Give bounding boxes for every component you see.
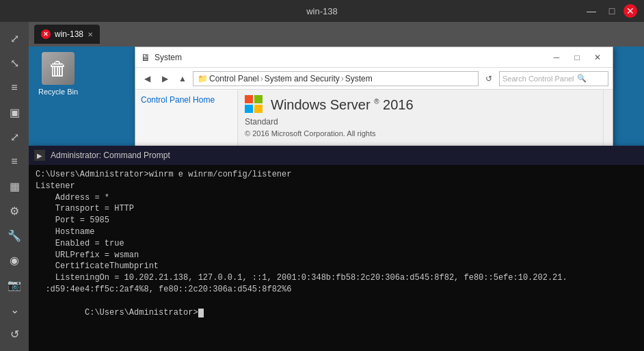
cmd-titlebar: ▶ Administrator: Command Prompt <box>29 146 644 165</box>
camera-icon[interactable]: 📷 <box>3 274 25 296</box>
window-content: Control Panel Home W <box>135 90 613 148</box>
up-button[interactable]: ▲ <box>175 71 190 86</box>
breadcrumb-sep2: › <box>341 74 344 83</box>
contract-icon[interactable]: ⤡ <box>3 52 25 74</box>
cmd-content[interactable]: C:\Users\Administrator>winrm e winrm/con… <box>29 165 644 351</box>
cmd-line-3: Transport = HTTP <box>36 203 637 215</box>
cmd-line-9: ListeningOn = 10.202.21.138, 127.0.0.1, … <box>36 272 637 284</box>
cmd-line-4: Port = 5985 <box>36 215 637 226</box>
window-sidebar: Control Panel Home <box>135 90 238 148</box>
windows-logo <box>245 95 264 114</box>
cmd-line-5: Hostname <box>36 226 637 238</box>
search-icon: 🔍 <box>577 74 587 83</box>
search-box[interactable]: Search Control Panel 🔍 <box>499 71 608 86</box>
menu2-icon[interactable]: ≡ <box>3 151 25 172</box>
breadcrumb-folder-icon: 📁 <box>198 74 208 83</box>
expand2-icon[interactable]: ⤢ <box>3 126 25 148</box>
forward-button[interactable]: ▶ <box>157 71 172 86</box>
cmd-line-2: Address = * <box>36 192 637 204</box>
system-window: 🖥 System ─ □ ✕ ◀ ▶ ▲ 📁 Control Panel › S… <box>135 47 613 149</box>
cmd-line-10: :d59:4ee4:ff5c:2af4%8, fe80::2c20:306a:d… <box>36 284 637 296</box>
minimize-button[interactable]: — <box>582 4 600 18</box>
cmd-icon: ▶ <box>34 150 45 161</box>
tab-bar: ✕ win-138 ✕ <box>29 22 644 47</box>
badge-icon[interactable]: ▦ <box>3 175 25 197</box>
cmd-line-1: Listener <box>36 181 637 192</box>
titlebar-controls: — □ ✕ <box>582 4 637 18</box>
search-placeholder: Search Control Panel <box>502 75 574 83</box>
cmd-line-6: Enabled = true <box>36 238 637 250</box>
refresh-nav-button[interactable]: ↺ <box>481 71 496 86</box>
wrench-icon[interactable]: 🔧 <box>3 224 25 246</box>
menu-icon[interactable]: ≡ <box>3 77 25 99</box>
copyright-text: © 2016 Microsoft Corporation. All rights <box>245 129 596 138</box>
chevron-down-icon[interactable]: ⌄ <box>3 298 25 320</box>
tab-error-icon: ✕ <box>41 29 51 39</box>
expand-icon[interactable]: ⤢ <box>3 27 25 49</box>
win-logo-cell-3 <box>245 105 253 113</box>
win-logo-cell-1 <box>245 95 253 103</box>
system-window-title: System <box>155 53 182 62</box>
os-name: Windows Server ® 2016 <box>271 97 414 113</box>
system-maximize-button[interactable]: □ <box>567 50 587 65</box>
win-logo-cell-2 <box>254 95 263 103</box>
scrollbar[interactable] <box>603 90 613 148</box>
main-titlebar: win-138 — □ ✕ <box>0 0 644 22</box>
breadcrumb[interactable]: 📁 Control Panel › System and Security › … <box>193 71 479 86</box>
windows-server-header: Windows Server ® 2016 <box>245 95 596 114</box>
settings-icon[interactable]: ⚙ <box>3 200 25 222</box>
close-button[interactable]: ✕ <box>623 4 637 18</box>
tab-win138[interactable]: ✕ win-138 ✕ <box>34 25 100 44</box>
recycle-bin-label: Recycle Bin <box>38 88 78 96</box>
tab-label: win-138 <box>55 29 83 39</box>
left-sidebar: ⤢ ⤡ ≡ ▣ ⤢ ≡ ▦ ⚙ 🔧 ◉ 📷 ⌄ ↺ <box>0 22 29 351</box>
window-title-left: 🖥 System <box>141 52 182 63</box>
window-main-content: Windows Server ® 2016 Standard © 2016 Mi… <box>238 90 603 148</box>
control-panel-home-link[interactable]: Control Panel Home <box>141 95 232 105</box>
window-controls: ─ □ ✕ <box>547 50 607 65</box>
recycle-bin[interactable]: 🗑 Recycle Bin <box>34 52 82 96</box>
breadcrumb-part3: System <box>345 74 373 83</box>
cmd-window: ▶ Administrator: Command Prompt C:\Users… <box>29 146 644 351</box>
breadcrumb-part2: System and Security <box>265 74 340 83</box>
display-icon[interactable]: ▣ <box>3 101 25 123</box>
cmd-line-8: CertificateThumbprint <box>36 261 637 272</box>
win-logo-grid <box>245 95 263 113</box>
system-window-icon: 🖥 <box>141 52 150 63</box>
cmd-line-0: C:\Users\Administrator>winrm e winrm/con… <box>36 169 637 181</box>
cmd-title: Administrator: Command Prompt <box>51 151 170 160</box>
edition-text: Standard <box>245 117 596 127</box>
desktop: 🗑 Recycle Bin 🖥 System ─ □ ✕ ◀ ▶ ▲ <box>29 47 644 351</box>
breadcrumb-part1: Control Panel <box>209 74 259 83</box>
maximize-button[interactable]: □ <box>603 4 621 18</box>
screen-icon[interactable]: ◉ <box>3 249 25 271</box>
system-close-button[interactable]: ✕ <box>588 50 607 65</box>
recycle-bin-icon: 🗑 <box>42 52 75 85</box>
cmd-prompt-line: C:\Users\Administrator> <box>36 296 637 330</box>
content-area: 🗑 Recycle Bin 🖥 System ─ □ ✕ ◀ ▶ ▲ <box>29 47 644 351</box>
main-title: win-138 <box>62 6 582 16</box>
breadcrumb-sep1: › <box>260 74 263 83</box>
back-button[interactable]: ◀ <box>139 71 155 86</box>
cursor <box>198 309 204 317</box>
refresh-icon[interactable]: ↺ <box>3 323 25 345</box>
cmd-line-7: URLPrefix = wsman <box>36 250 637 261</box>
tab-close-button[interactable]: ✕ <box>88 31 93 38</box>
system-window-titlebar: 🖥 System ─ □ ✕ <box>135 47 613 68</box>
win-logo-cell-4 <box>254 105 263 113</box>
address-bar: ◀ ▶ ▲ 📁 Control Panel › System and Secur… <box>135 68 613 90</box>
system-minimize-button[interactable]: ─ <box>547 50 566 65</box>
